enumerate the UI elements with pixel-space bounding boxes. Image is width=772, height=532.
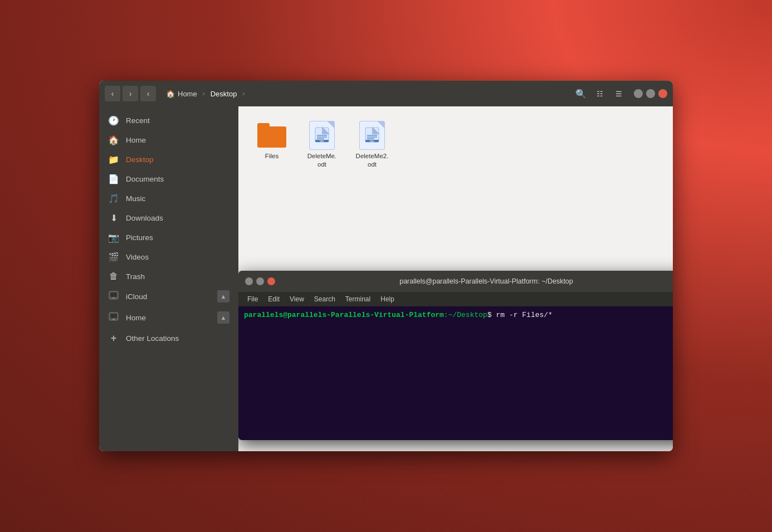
terminal-menu-view[interactable]: View	[285, 294, 309, 305]
videos-icon: 🎬	[108, 252, 119, 262]
sidebar-label-other-locations: Other Locations	[126, 334, 229, 343]
odt-icon-content: ODT	[312, 124, 332, 147]
terminal-command: $ rm -r Files/*	[487, 311, 553, 319]
fm-main-content: Files	[238, 106, 673, 451]
icloud-eject-button[interactable]: ▲	[217, 290, 229, 302]
pictures-icon: 📷	[108, 232, 119, 243]
toolbar-right: 🔍 ☷ ☰	[573, 85, 627, 102]
sidebar-item-home2[interactable]: Home ▲	[99, 307, 238, 328]
sidebar-label-home2: Home	[126, 314, 211, 322]
terminal-window: parallels@parallels-Parallels-Virtual-Pl…	[238, 271, 673, 440]
file-grid: Files	[250, 118, 662, 172]
sidebar-label-pictures: Pictures	[126, 233, 229, 242]
breadcrumb-home-label: Home	[178, 90, 197, 98]
file-manager-window: ‹ › ‹ 🏠 Home › Desktop › 🔍 ☷ ☰	[99, 81, 673, 451]
maximize-button[interactable]	[646, 89, 655, 98]
terminal-menu-file[interactable]: File	[243, 294, 262, 305]
other-locations-icon: +	[108, 333, 119, 344]
terminal-menu-help[interactable]: Help	[376, 294, 399, 305]
sidebar: 🕐 Recent 🏠 Home 📁 Desktop 📄 Documents 🎵 …	[99, 106, 238, 451]
fm-toolbar: ‹ › ‹ 🏠 Home › Desktop › 🔍 ☷ ☰	[99, 81, 673, 106]
back-button[interactable]: ‹	[105, 86, 120, 101]
minimize-button[interactable]	[634, 89, 643, 98]
fm-body: 🕐 Recent 🏠 Home 📁 Desktop 📄 Documents 🎵 …	[99, 106, 673, 451]
folder-files-icon	[257, 121, 286, 150]
documents-icon: 📄	[108, 174, 119, 184]
breadcrumb-current-label: Desktop	[211, 90, 237, 98]
window-controls	[634, 89, 667, 98]
file-label-deleteme2: DeleteMe2.odt	[356, 152, 389, 169]
sidebar-item-home[interactable]: 🏠 Home	[99, 130, 238, 150]
terminal-minimize-btn[interactable]	[245, 277, 253, 285]
sidebar-item-recent[interactable]: 🕐 Recent	[99, 111, 238, 130]
sidebar-item-documents[interactable]: 📄 Documents	[99, 169, 238, 189]
downloads-icon: ⬇	[108, 213, 119, 223]
terminal-menubar: File Edit View Search Terminal Help	[238, 292, 673, 306]
breadcrumb-home[interactable]: 🏠 Home	[162, 87, 202, 100]
forward-button[interactable]: ›	[123, 86, 138, 101]
terminal-menu-terminal[interactable]: Terminal	[341, 294, 375, 305]
sidebar-label-home: Home	[126, 136, 229, 144]
terminal-title: parallels@parallels-Parallels-Virtual-Pl…	[278, 277, 673, 285]
sidebar-item-downloads[interactable]: ⬇ Downloads	[99, 208, 238, 228]
sidebar-label-documents: Documents	[126, 175, 229, 183]
terminal-body[interactable]: parallels@parallels-Parallels-Virtual-Pl…	[238, 306, 673, 440]
home-icon: 🏠	[166, 90, 175, 98]
sidebar-item-pictures[interactable]: 📷 Pictures	[99, 228, 238, 247]
sidebar-item-videos[interactable]: 🎬 Videos	[99, 247, 238, 267]
sidebar-item-music[interactable]: 🎵 Music	[99, 189, 238, 208]
terminal-maximize-btn[interactable]	[256, 277, 264, 285]
sidebar-item-other-locations[interactable]: + Other Locations	[99, 328, 238, 349]
home-nav-icon: 🏠	[108, 135, 119, 145]
terminal-prompt: parallels@parallels-Parallels-Virtual-Pl…	[244, 311, 444, 319]
sidebar-item-icloud[interactable]: iCloud ▲	[99, 286, 238, 307]
grid-view-button[interactable]: ☰	[610, 85, 627, 102]
sidebar-item-trash[interactable]: 🗑 Trash	[99, 267, 238, 286]
file-label-deleteme: DeleteMe.odt	[307, 152, 336, 169]
terminal-menu-search[interactable]: Search	[310, 294, 340, 305]
file-item-files[interactable]: Files	[250, 118, 294, 172]
terminal-path: :~/Desktop	[444, 311, 487, 319]
breadcrumb: 🏠 Home › Desktop ›	[162, 87, 245, 100]
sidebar-label-icloud: iCloud	[126, 292, 211, 301]
home2-eject-button[interactable]: ▲	[217, 311, 229, 324]
sidebar-label-videos: Videos	[126, 253, 229, 261]
search-button[interactable]: 🔍	[573, 85, 589, 102]
svg-text:ODT: ODT	[370, 140, 374, 142]
sidebar-label-downloads: Downloads	[126, 214, 229, 222]
file-label-files: Files	[265, 152, 278, 160]
svg-text:ODT: ODT	[320, 140, 324, 142]
svg-rect-1	[110, 292, 117, 297]
terminal-header: parallels@parallels-Parallels-Virtual-Pl…	[238, 271, 673, 292]
terminal-menu-edit[interactable]: Edit	[263, 294, 284, 305]
odt-icon2-content: ODT	[362, 124, 382, 147]
odt-deleteme-icon: ODT	[307, 121, 336, 150]
close-button[interactable]	[658, 89, 667, 98]
icloud-icon	[108, 291, 119, 302]
terminal-close-btn[interactable]	[267, 277, 275, 285]
breadcrumb-separator: ›	[203, 90, 205, 97]
sidebar-label-desktop: Desktop	[126, 155, 229, 164]
list-view-button[interactable]: ☷	[592, 85, 608, 102]
sidebar-label-recent: Recent	[126, 116, 229, 125]
up-button[interactable]: ‹	[140, 86, 156, 101]
music-icon: 🎵	[108, 193, 119, 204]
terminal-command-line: parallels@parallels-Parallels-Virtual-Pl…	[244, 311, 673, 319]
desktop-icon: 📁	[108, 154, 119, 165]
breadcrumb-current[interactable]: Desktop	[206, 87, 242, 100]
sidebar-item-desktop[interactable]: 📁 Desktop	[99, 150, 238, 169]
odt-deleteme2-icon: ODT	[358, 121, 387, 150]
recent-icon: 🕐	[108, 115, 119, 126]
sidebar-label-trash: Trash	[126, 272, 229, 281]
home2-drive-icon	[108, 312, 119, 323]
sidebar-label-music: Music	[126, 194, 229, 203]
file-item-deleteme[interactable]: ODT DeleteMe.odt	[300, 118, 344, 172]
file-item-deleteme2[interactable]: ODT DeleteMe2.odt	[350, 118, 394, 172]
svg-rect-4	[110, 314, 117, 318]
trash-icon: 🗑	[108, 271, 119, 281]
breadcrumb-end-arrow: ›	[242, 90, 245, 97]
terminal-window-controls	[245, 277, 275, 285]
